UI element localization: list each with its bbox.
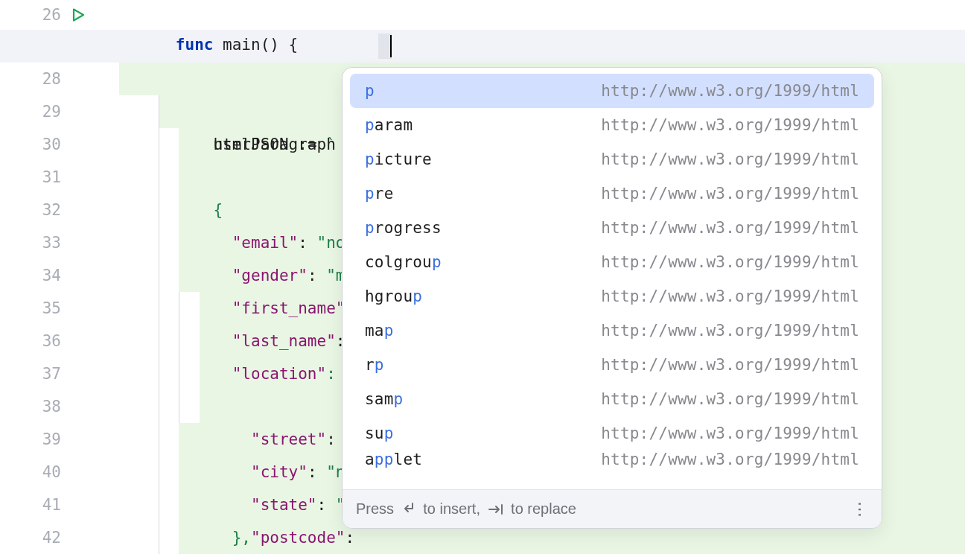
- footer-text: to insert,: [423, 500, 484, 517]
- punctuation: :: [298, 234, 316, 252]
- autocomplete-item-namespace: http://www.w3.org/1999/html: [601, 322, 859, 340]
- line-number: 41: [42, 496, 61, 514]
- autocomplete-item[interactable]: paramhttp://www.w3.org/1999/html: [350, 108, 874, 142]
- footer-hint: Press to insert, to replace: [356, 500, 576, 518]
- autocomplete-item-label: hgroup: [365, 287, 422, 305]
- autocomplete-item-namespace: http://www.w3.org/1999/html: [601, 219, 859, 237]
- json-key: "street": [251, 430, 326, 448]
- line-number: 28: [42, 70, 61, 88]
- autocomplete-item-namespace: http://www.w3.org/1999/html: [601, 253, 859, 271]
- indent-guide: [159, 128, 159, 161]
- identifier: main: [213, 36, 260, 54]
- json-key: "gender": [232, 267, 308, 284]
- autocomplete-item-label: param: [365, 116, 413, 134]
- string-literal: `: [326, 136, 336, 153]
- line-number: 32: [42, 201, 61, 219]
- gutter-line[interactable]: 34: [0, 259, 104, 292]
- json-key: "last_name": [232, 332, 336, 350]
- operator: :=: [289, 136, 327, 153]
- gutter-line[interactable]: 28: [0, 63, 104, 95]
- gutter-line[interactable]: 42: [0, 521, 104, 554]
- autocomplete-item-namespace: http://www.w3.org/1999/html: [601, 451, 859, 468]
- autocomplete-item[interactable]: colgrouphttp://www.w3.org/1999/html: [350, 245, 874, 279]
- punctuation: :: [317, 496, 336, 514]
- text-caret: [390, 35, 392, 57]
- autocomplete-item[interactable]: phttp://www.w3.org/1999/html: [350, 74, 874, 108]
- autocomplete-item[interactable]: rphttp://www.w3.org/1999/html: [350, 348, 874, 382]
- autocomplete-item[interactable]: picturehttp://www.w3.org/1999/html: [350, 142, 874, 176]
- json-key: "location": [232, 365, 326, 383]
- autocomplete-item-namespace: http://www.w3.org/1999/html: [601, 150, 859, 168]
- indent-guide: [159, 325, 159, 357]
- autocomplete-item-namespace: http://www.w3.org/1999/html: [601, 424, 859, 442]
- autocomplete-list[interactable]: phttp://www.w3.org/1999/htmlparamhttp://…: [343, 68, 882, 489]
- autocomplete-item-label: pre: [365, 185, 394, 203]
- gutter-line[interactable]: 33: [0, 226, 104, 259]
- kebab-menu-icon[interactable]: ⋯: [850, 500, 870, 518]
- gutter-line[interactable]: 39: [0, 423, 104, 456]
- punctuation: () {: [261, 36, 299, 54]
- gutter-line[interactable]: 35: [0, 292, 104, 325]
- autocomplete-item[interactable]: maphttp://www.w3.org/1999/html: [350, 314, 874, 348]
- indent-guide: [159, 521, 159, 554]
- line-number: 42: [42, 529, 61, 547]
- autocomplete-item-label: progress: [365, 219, 442, 237]
- indent-guide: [159, 259, 159, 292]
- json-key: "first_name": [232, 299, 345, 317]
- run-gutter-icon[interactable]: [71, 8, 85, 22]
- gutter-line[interactable]: 31: [0, 161, 104, 194]
- autocomplete-item-label: picture: [365, 150, 432, 168]
- autocomplete-item-label: sup: [365, 424, 394, 442]
- autocomplete-item[interactable]: prehttp://www.w3.org/1999/html: [350, 176, 874, 211]
- footer-text: Press: [356, 500, 398, 517]
- autocomplete-item[interactable]: suphttp://www.w3.org/1999/html: [350, 416, 874, 451]
- tab-key-icon: [488, 503, 504, 515]
- line-number: 39: [42, 430, 61, 448]
- json-key: "state": [251, 496, 317, 514]
- punctuation: :: [308, 463, 326, 481]
- indent-guide: [159, 292, 159, 325]
- line-number: 36: [42, 332, 61, 350]
- autocomplete-item-label: samp: [365, 390, 403, 408]
- autocomplete-item-namespace: http://www.w3.org/1999/html: [601, 390, 859, 408]
- autocomplete-item-namespace: http://www.w3.org/1999/html: [601, 287, 859, 305]
- json-brace: {: [213, 201, 223, 219]
- gutter-line[interactable]: 29: [0, 95, 104, 128]
- identifier: userJSON: [213, 136, 288, 153]
- gutter-line[interactable]: 36: [0, 325, 104, 357]
- autocomplete-item[interactable]: progresshttp://www.w3.org/1999/html: [350, 211, 874, 245]
- gutter-line[interactable]: 38: [0, 390, 104, 423]
- line-number: 40: [42, 463, 61, 481]
- autocomplete-item[interactable]: samphttp://www.w3.org/1999/html: [350, 382, 874, 416]
- footer-text: to replace: [511, 500, 576, 517]
- line-number: 31: [42, 168, 61, 186]
- indent-guide: [159, 226, 159, 259]
- line-number: 38: [42, 398, 61, 416]
- line-number: 37: [42, 365, 61, 383]
- gutter-line[interactable]: 26: [0, 0, 104, 30]
- indent-guide: [159, 489, 159, 521]
- autocomplete-item-label: map: [365, 322, 394, 340]
- autocomplete-popup[interactable]: phttp://www.w3.org/1999/htmlparamhttp://…: [342, 67, 882, 529]
- line-number: 34: [42, 267, 61, 284]
- gutter-line[interactable]: 37: [0, 357, 104, 390]
- gutter-line[interactable]: 41: [0, 489, 104, 521]
- autocomplete-item-label: applet: [365, 451, 422, 468]
- punctuation: :: [345, 529, 354, 547]
- indent-guide: [159, 390, 159, 423]
- gutter-line[interactable]: 30: [0, 128, 104, 161]
- indent-guide: [159, 95, 159, 128]
- autocomplete-item-namespace: http://www.w3.org/1999/html: [601, 116, 859, 134]
- autocomplete-item[interactable]: applethttp://www.w3.org/1999/html: [350, 451, 874, 471]
- gutter-line[interactable]: 40: [0, 456, 104, 489]
- enter-key-icon: [401, 502, 416, 515]
- line-number: 26: [42, 6, 61, 24]
- autocomplete-item-namespace: http://www.w3.org/1999/html: [601, 82, 859, 100]
- line-number: 33: [42, 234, 61, 252]
- autocomplete-item[interactable]: hgrouphttp://www.w3.org/1999/html: [350, 279, 874, 314]
- indent-guide: [159, 456, 159, 489]
- autocomplete-item-namespace: http://www.w3.org/1999/html: [601, 356, 859, 374]
- code-line[interactable]: func main() {: [104, 0, 965, 30]
- gutter-line[interactable]: 32: [0, 194, 104, 226]
- autocomplete-item-namespace: http://www.w3.org/1999/html: [601, 185, 859, 203]
